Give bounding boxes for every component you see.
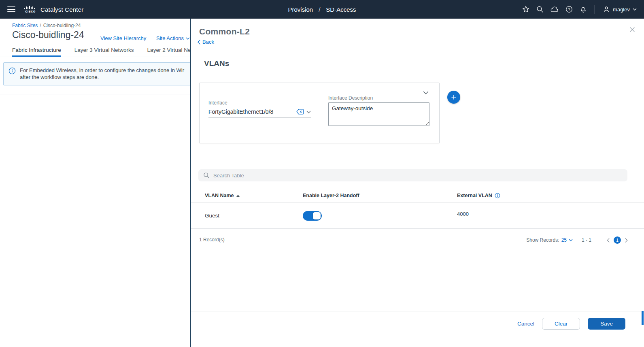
breadcrumb-fabric-sites[interactable]: Fabric Sites <box>12 23 38 28</box>
top-breadcrumb: Provision / SD-Access <box>288 6 356 13</box>
interface-select[interactable] <box>208 106 311 117</box>
menu-icon[interactable] <box>7 6 15 12</box>
show-records-select[interactable]: 25 <box>561 237 573 243</box>
action-bar: Cancel Clear Save <box>517 317 625 330</box>
save-button[interactable]: Save <box>588 318 625 330</box>
tab-fabric-infrastructure[interactable]: Fabric Infrastructure <box>12 45 61 57</box>
back-label: Back <box>202 39 214 45</box>
chevron-down-icon[interactable] <box>306 111 311 113</box>
page-prev-icon[interactable] <box>607 238 610 243</box>
common-l2-panel: Common-L2 Back VLANs Interface Interface… <box>190 19 644 347</box>
external-vlan-input[interactable] <box>457 210 491 218</box>
footer-divider <box>191 311 644 311</box>
pager: 1 <box>607 236 628 244</box>
page-tabs: Fabric Infrastructure Layer 3 Virtual Ne… <box>0 45 190 57</box>
section-heading-vlans: VLANs <box>204 59 229 68</box>
site-actions-label: Site Actions <box>156 35 184 41</box>
table-row: Guest <box>191 202 644 229</box>
banner-text: For Embedded Wireless, in order to confi… <box>20 67 184 81</box>
search-icon[interactable] <box>536 6 544 13</box>
search-icon <box>203 172 210 179</box>
page-number[interactable]: 1 <box>614 236 621 244</box>
vlan-name-header-label: VLAN Name <box>205 193 234 198</box>
sort-asc-icon[interactable] <box>236 195 240 197</box>
chevron-down-icon <box>186 37 190 40</box>
breadcrumb-separator: / <box>40 23 41 28</box>
topbar-actions: ? maglev <box>522 5 637 14</box>
star-icon[interactable] <box>522 6 529 13</box>
fabric-site-page: Fabric Sites/Cisco-buidling-24 Cisco-bui… <box>0 19 190 347</box>
search-table-input[interactable] <box>213 172 623 179</box>
banner-line2: after the workflow steps are done. <box>20 74 184 81</box>
table-footer: 1 Record(s) Show Records: 25 1 - 1 1 <box>191 235 644 245</box>
interface-label: Interface <box>208 100 227 106</box>
info-icon <box>9 67 16 75</box>
table-header: VLAN Name Enable Layer-2 Handoff Externa… <box>191 190 644 202</box>
clear-input-icon[interactable] <box>296 109 304 115</box>
show-records-value: 25 <box>561 237 567 243</box>
external-vlan-header-label: External VLAN <box>457 193 492 198</box>
user-icon <box>603 6 610 13</box>
scrollbar-thumb[interactable] <box>642 311 644 325</box>
column-enable-layer2-handoff: Enable Layer-2 Handoff <box>303 193 359 198</box>
layer2-handoff-toggle[interactable] <box>303 211 322 221</box>
back-button[interactable]: Back <box>198 39 214 45</box>
page-next-icon[interactable] <box>625 238 628 243</box>
cloud-icon[interactable] <box>550 6 559 13</box>
nav-sd-access[interactable]: SD-Access <box>326 6 356 13</box>
show-records-label: Show Records: <box>526 237 559 243</box>
notifications-bell-icon[interactable] <box>580 6 587 13</box>
view-site-hierarchy-link[interactable]: View Site Hierarchy <box>100 35 146 41</box>
chevron-down-icon <box>569 239 573 241</box>
breadcrumb-current: Cisco-buidling-24 <box>43 23 81 28</box>
interface-description-label: Interface Description <box>328 95 373 101</box>
interface-description-textarea[interactable]: Gateway-outside <box>328 102 429 126</box>
chevron-down-icon <box>633 8 637 11</box>
nav-separator: / <box>319 6 320 13</box>
cancel-button[interactable]: Cancel <box>517 321 534 327</box>
svg-text:?: ? <box>568 7 570 11</box>
info-banner: For Embedded Wireless, in order to confi… <box>3 62 190 85</box>
interface-form-card: Interface Interface Description Gateway-… <box>199 83 440 143</box>
info-icon[interactable] <box>495 193 500 198</box>
topbar-divider <box>595 5 595 14</box>
add-button[interactable] <box>447 91 460 104</box>
section-divider <box>0 94 190 94</box>
collapse-chevron-icon[interactable] <box>423 91 429 94</box>
clear-button[interactable]: Clear <box>542 318 580 330</box>
column-external-vlan: External VLAN <box>457 193 500 198</box>
topbar: cisco Catalyst Center Provision / SD-Acc… <box>0 0 644 19</box>
records-count: 1 Record(s) <box>199 237 225 243</box>
column-vlan-name[interactable]: VLAN Name <box>205 193 240 198</box>
banner-line1: For Embedded Wireless, in order to confi… <box>20 67 184 74</box>
nav-provision[interactable]: Provision <box>288 6 313 13</box>
toggle-knob <box>313 212 321 219</box>
plus-icon <box>451 94 457 100</box>
pagination-controls: Show Records: 25 1 - 1 1 <box>526 235 628 245</box>
username: maglev <box>613 6 630 13</box>
site-actions-link[interactable]: Site Actions <box>156 35 190 41</box>
handoff-header-label: Enable Layer-2 Handoff <box>303 193 359 198</box>
tab-layer2-virtual-networks[interactable]: Layer 2 Virtual Ne <box>147 45 190 57</box>
cisco-wordmark: cisco <box>25 10 36 13</box>
vlan-name-cell: Guest <box>205 213 219 219</box>
app-title: Catalyst Center <box>40 6 83 13</box>
tab-layer3-virtual-networks[interactable]: Layer 3 Virtual Networks <box>74 45 134 57</box>
chevron-left-icon <box>198 40 200 45</box>
help-icon[interactable]: ? <box>565 6 573 13</box>
interface-input[interactable] <box>208 109 293 115</box>
records-range: 1 - 1 <box>582 237 591 243</box>
table-search <box>198 169 627 181</box>
breadcrumb: Fabric Sites/Cisco-buidling-24 <box>12 23 81 28</box>
user-menu[interactable]: maglev <box>603 6 637 13</box>
close-icon[interactable] <box>629 27 635 32</box>
page-title: Cisco-buidling-24 <box>12 30 84 40</box>
cisco-logo: cisco <box>24 6 36 13</box>
panel-title: Common-L2 <box>199 27 250 36</box>
